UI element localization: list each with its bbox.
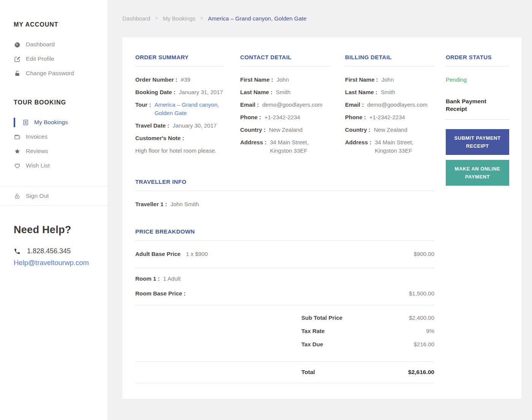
field-label: Last Name : bbox=[345, 88, 377, 96]
help-phone-number: 1.828.456.345 bbox=[27, 247, 71, 255]
account-sidebar: MY ACCOUNT Dashboard Edit Profile Change… bbox=[0, 0, 108, 420]
field-value: 34 Main Street, Kingston 33EF bbox=[375, 138, 434, 155]
total-label: Sub Total Price bbox=[301, 314, 342, 322]
field-label: Travel Date : bbox=[135, 122, 169, 130]
sidebar-item-wish-list[interactable]: Wish List bbox=[0, 158, 108, 173]
field-value: New Zealand bbox=[269, 126, 302, 134]
field-value: 34 Main Street, Kingston 33EF bbox=[270, 138, 330, 155]
section-title-billing-detail: BILLING DETAIL bbox=[345, 54, 434, 61]
section-title-order-status: ORDER STATUS bbox=[446, 54, 509, 61]
contact-country-row: Country : New Zealand bbox=[240, 126, 330, 134]
total-label: Total bbox=[301, 368, 315, 376]
field-value: #39 bbox=[181, 76, 190, 84]
field-value: New Zealand bbox=[374, 126, 407, 134]
breadcrumb-item-my-bookings[interactable]: My Bookings bbox=[163, 15, 195, 22]
price-label: Adult Base Price bbox=[135, 250, 180, 258]
my-account-nav: Dashboard Edit Profile Change Password bbox=[0, 37, 108, 81]
field-value: demo@goodlayers.com bbox=[262, 101, 323, 109]
room-base-price-row: Room Base Price : $1,500.00 bbox=[135, 289, 434, 298]
sidebar-item-sign-out[interactable]: Sign Out bbox=[0, 186, 108, 205]
contact-detail-section: CONTACT DETAIL First Name : John Last Na… bbox=[240, 54, 330, 178]
bank-payment-receipt-label: Bank Payment Receipt bbox=[446, 98, 509, 113]
tour-row: Tour : America – Grand canyon, Golden Ga… bbox=[135, 101, 224, 117]
customer-note-row: Customer's Note : bbox=[135, 134, 224, 142]
billing-country-row: Country : New Zealand bbox=[345, 126, 434, 134]
sign-out-label: Sign Out bbox=[26, 193, 49, 199]
field-label: Phone : bbox=[240, 113, 261, 122]
field-value: demo@goodlayers.com bbox=[367, 101, 428, 109]
field-label: Tour : bbox=[135, 101, 151, 117]
contact-first-name-row: First Name : John bbox=[240, 76, 330, 84]
sidebar-item-label: Reviews bbox=[26, 148, 48, 155]
breadcrumb: Dashboard > My Bookings > America – Gran… bbox=[122, 14, 521, 22]
active-indicator-bar bbox=[14, 118, 15, 127]
sidebar-item-reviews[interactable]: Reviews bbox=[0, 144, 108, 158]
price-detail: 1 Adult bbox=[163, 275, 180, 283]
breadcrumb-separator-icon: > bbox=[155, 16, 158, 21]
section-title-traveller-info: TRAVELLER INFO bbox=[135, 178, 434, 185]
section-title-order-summary: ORDER SUMMARY bbox=[135, 54, 224, 61]
field-label: Booking Date : bbox=[135, 88, 176, 96]
section-divider bbox=[135, 191, 434, 191]
sidebar-item-label: My Bookings bbox=[34, 119, 68, 126]
sidebar-item-label: Edit Profile bbox=[26, 55, 54, 62]
billing-phone-row: Phone : +1-2342-2234 bbox=[345, 113, 434, 122]
room-group: Room 1 : 1 Adult Room Base Price : $1,50… bbox=[135, 268, 434, 305]
main-content: Dashboard > My Bookings > America – Gran… bbox=[108, 0, 532, 399]
adult-base-price-row: Adult Base Price 1 x $900 $900.00 bbox=[135, 241, 434, 268]
field-value: January 31, 2017 bbox=[179, 88, 223, 96]
sidebar-item-my-bookings[interactable]: My Bookings bbox=[0, 115, 108, 129]
tax-due-row: Tax Due $216.00 bbox=[135, 340, 434, 349]
field-value: +1-2342-2234 bbox=[264, 113, 300, 122]
sidebar-item-label: Wish List bbox=[26, 162, 50, 169]
total-value: $2,616.00 bbox=[408, 368, 434, 376]
billing-detail-section: BILLING DETAIL First Name : John Last Na… bbox=[345, 54, 434, 178]
edit-icon bbox=[14, 55, 21, 63]
field-label: Last Name : bbox=[240, 88, 272, 96]
field-label: Traveller 1 : bbox=[135, 200, 167, 208]
field-label: Country : bbox=[345, 126, 370, 134]
dashboard-icon bbox=[14, 41, 21, 48]
sidebar-item-invoices[interactable]: Invoices bbox=[0, 129, 108, 144]
breadcrumb-separator-icon: > bbox=[200, 16, 203, 21]
make-online-payment-button[interactable]: MAKE AN ONLINE PAYMENT bbox=[446, 160, 509, 186]
section-title-price-breakdown: PRICE BREAKDOWN bbox=[135, 228, 434, 235]
price-amount: $900.00 bbox=[414, 250, 434, 258]
section-divider bbox=[345, 66, 434, 66]
contact-address-row: Address : 34 Main Street, Kingston 33EF bbox=[240, 138, 330, 155]
billing-first-name-row: First Name : John bbox=[345, 76, 434, 84]
field-label: Country : bbox=[240, 126, 266, 134]
breadcrumb-item-dashboard[interactable]: Dashboard bbox=[122, 15, 150, 22]
price-label: Room Base Price : bbox=[135, 289, 186, 298]
padlock-icon bbox=[14, 193, 21, 200]
tax-rate-row: Tax Rate 9% bbox=[135, 327, 434, 335]
order-summary-section: ORDER SUMMARY Order Number : #39 Booking… bbox=[135, 54, 224, 178]
traveller-info-section: TRAVELLER INFO Traveller 1 : John Smith bbox=[135, 178, 434, 208]
field-value: John bbox=[277, 76, 289, 84]
order-number-row: Order Number : #39 bbox=[135, 76, 224, 84]
field-value: Smith bbox=[381, 88, 395, 96]
total-label: Tax Rate bbox=[301, 327, 325, 335]
heart-icon bbox=[14, 162, 21, 169]
sidebar-item-edit-profile[interactable]: Edit Profile bbox=[0, 52, 108, 66]
breadcrumb-item-current: America – Grand canyon, Golden Gate bbox=[208, 15, 306, 22]
grand-total-row: Total $2,616.00 bbox=[135, 362, 434, 383]
sidebar-item-label: Change Password bbox=[26, 70, 74, 77]
sidebar-item-label: Dashboard bbox=[26, 41, 55, 48]
price-label: Room 1 : bbox=[135, 275, 160, 283]
order-detail-card: ORDER SUMMARY Order Number : #39 Booking… bbox=[122, 37, 521, 399]
sub-total-row: Sub Total Price $2,400.00 bbox=[135, 314, 434, 322]
billing-email-row: Email : demo@goodlayers.com bbox=[345, 101, 434, 109]
tour-link[interactable]: America – Grand canyon, Golden Gate bbox=[154, 101, 224, 117]
help-email-link[interactable]: Help@traveltourwp.com bbox=[14, 259, 94, 267]
wallet-icon bbox=[14, 133, 21, 141]
field-value: John bbox=[382, 76, 394, 84]
field-label: First Name : bbox=[345, 76, 378, 84]
need-help-title: Need Help? bbox=[14, 224, 94, 236]
section-divider bbox=[446, 119, 509, 120]
sidebar-item-dashboard[interactable]: Dashboard bbox=[0, 37, 108, 52]
section-divider bbox=[135, 66, 224, 66]
sidebar-item-change-password[interactable]: Change Password bbox=[0, 66, 108, 81]
sidebar-section-title-my-account: MY ACCOUNT bbox=[0, 0, 108, 28]
submit-payment-receipt-button[interactable]: SUBMIT PAYMENT RECEIPT bbox=[446, 129, 509, 155]
